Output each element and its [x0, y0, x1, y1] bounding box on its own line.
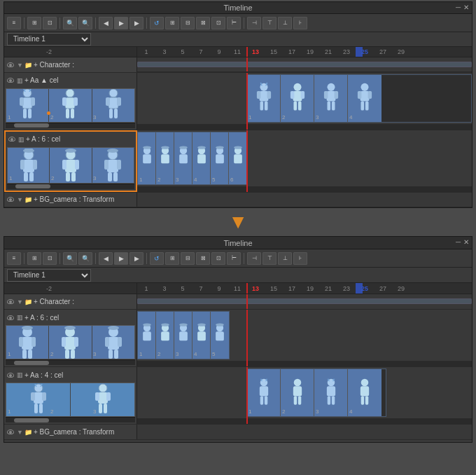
tool9b[interactable]: ⊦: [293, 252, 307, 265]
sep5: [244, 18, 244, 29]
svg-rect-155: [365, 396, 368, 404]
expand-char-b[interactable]: ▼: [17, 298, 23, 305]
folder-icon-char-b: 📁: [24, 298, 32, 305]
menu-btn-b[interactable]: ≡: [7, 252, 21, 265]
a6b-hscroll-thumb[interactable]: [14, 361, 49, 365]
expand-bg-top[interactable]: ▼: [17, 196, 23, 203]
ruler-numbers-bottom: 1 3 5 7 9 11 13 15 17 19 21 23 25 27 29: [137, 283, 472, 294]
tool2[interactable]: ⊟: [181, 17, 195, 29]
svg-rect-2: [20, 97, 24, 106]
loop-btn[interactable]: ↺: [150, 17, 164, 29]
svg-rect-90: [31, 337, 36, 347]
a6b-hscroll[interactable]: [6, 359, 135, 365]
copy-btn[interactable]: ⊡: [43, 17, 57, 29]
tool3b[interactable]: ⊠: [196, 252, 210, 265]
svg-rect-21: [259, 91, 268, 102]
a6-vis-eye[interactable]: [7, 137, 17, 142]
svg-rect-97: [74, 337, 78, 347]
ruler-left-bottom: -2: [4, 283, 137, 294]
next-frame-btn-b[interactable]: ▶: [130, 252, 144, 265]
char-vis-eye-b[interactable]: [6, 299, 15, 304]
tool5[interactable]: ⊢: [227, 17, 241, 29]
svg-point-85: [234, 146, 242, 149]
timeline-select-bottom[interactable]: Timeline 1: [7, 269, 91, 282]
aa4-hscroll[interactable]: [6, 417, 135, 422]
tool3[interactable]: ⊠: [196, 17, 210, 29]
zoom-in-btn-b[interactable]: 🔍: [78, 252, 92, 265]
sep4: [146, 18, 147, 29]
svg-rect-3: [31, 97, 35, 106]
new-btn-b[interactable]: ⊞: [27, 252, 41, 265]
zoom-out-btn[interactable]: 🔍: [63, 17, 77, 29]
minimize-btn-bottom[interactable]: ─: [456, 238, 461, 246]
svg-point-73: [161, 146, 169, 149]
svg-rect-16: [106, 97, 110, 106]
svg-rect-13: [71, 109, 74, 118]
svg-point-152: [361, 378, 369, 386]
svg-rect-30: [290, 91, 294, 99]
tool8b[interactable]: ⊥: [278, 252, 292, 265]
a6b-cel-strip: 1 2 3: [6, 325, 135, 359]
a6-hscroll[interactable]: [7, 184, 134, 189]
expand-char[interactable]: ▼: [17, 62, 23, 69]
char-range-bar-b: [137, 298, 472, 304]
svg-rect-75: [179, 154, 188, 163]
bg-vis-eye-top[interactable]: [6, 197, 15, 202]
a6-label-row: ▥ + A : 6 : cel: [7, 133, 134, 146]
prev-frame-btn-b[interactable]: ◀: [99, 252, 113, 265]
aa-hscroll[interactable]: [6, 123, 135, 128]
zoom-in-btn[interactable]: 🔍: [78, 17, 92, 29]
play-btn-b[interactable]: ▶: [114, 252, 128, 265]
play-btn[interactable]: ▶: [114, 17, 128, 29]
tool7b[interactable]: ⊤: [262, 252, 276, 265]
tool6b[interactable]: ⊣: [247, 252, 261, 265]
close-btn-bottom[interactable]: ✕: [463, 238, 469, 246]
svg-rect-87: [22, 337, 33, 350]
prev-frame-btn[interactable]: ◀: [99, 17, 113, 29]
tool4b[interactable]: ⊡: [211, 252, 225, 265]
tool9[interactable]: ⊦: [293, 17, 307, 29]
aa-vis-eye[interactable]: [6, 78, 15, 83]
tool8[interactable]: ⊥: [278, 17, 292, 29]
track-char-right-b: [137, 294, 472, 309]
aa4-vis-eye[interactable]: [6, 373, 15, 378]
eye-icon-bg-top: [7, 197, 14, 202]
tool1b[interactable]: ⊞: [165, 252, 179, 265]
svg-rect-5: [28, 109, 31, 118]
red-bar-a6: [246, 130, 248, 192]
loop-btn-b[interactable]: ↺: [150, 252, 164, 265]
aa-hscroll-thumb[interactable]: [14, 123, 49, 128]
tool6[interactable]: ⊣: [247, 17, 261, 29]
a6b-vis-eye[interactable]: [6, 315, 15, 320]
timeline-select-top[interactable]: Timeline 1: [7, 33, 91, 46]
track-char-group-b: ▼ 📁 + Character :: [4, 294, 472, 310]
cel-icon-aa: ▥: [17, 77, 23, 84]
folder-icon-char: 📁: [24, 62, 32, 69]
aa4-hscroll-thumb[interactable]: [14, 418, 49, 422]
eye-icon-char-b: [7, 299, 14, 304]
tool1[interactable]: ⊞: [165, 17, 179, 29]
a6-hscroll-thumb[interactable]: [15, 184, 50, 188]
tool4[interactable]: ⊡: [211, 17, 225, 29]
next-frame-btn[interactable]: ▶: [130, 17, 144, 29]
track-char-left: ▼ 📁 + Character :: [4, 57, 137, 71]
copy-btn-b[interactable]: ⊡: [43, 252, 57, 265]
char-vis-eye[interactable]: [6, 62, 15, 67]
tool5b[interactable]: ⊢: [227, 252, 241, 265]
transform-arrow: ▼: [4, 208, 472, 236]
svg-rect-108: [143, 331, 151, 340]
track-aa-cel: ▥ + Aa ▲ cel: [4, 73, 472, 130]
svg-rect-89: [19, 337, 23, 347]
menu-btn[interactable]: ≡: [7, 17, 21, 29]
zoom-out-btn-b[interactable]: 🔍: [63, 252, 77, 265]
tool7[interactable]: ⊤: [262, 17, 276, 29]
aa4-label: + Aa : 4 : cel: [24, 371, 63, 379]
eye-icon-a6: [8, 137, 15, 142]
svg-point-95: [64, 326, 76, 330]
bg-vis-eye-b[interactable]: [6, 429, 15, 434]
svg-rect-63: [104, 160, 108, 170]
expand-bg-b[interactable]: ▼: [17, 429, 23, 436]
new-btn[interactable]: ⊞: [27, 17, 41, 29]
svg-rect-78: [197, 154, 206, 163]
tool2b[interactable]: ⊟: [181, 252, 195, 265]
